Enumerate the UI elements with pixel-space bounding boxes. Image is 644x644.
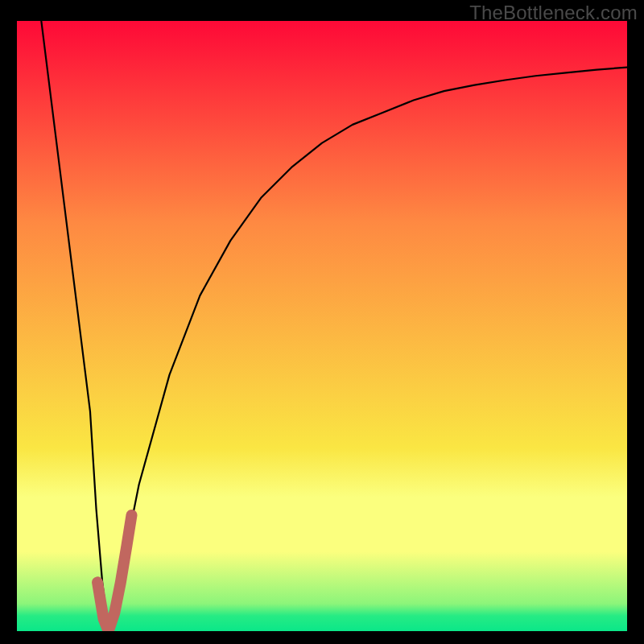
- chart-plot-area: [17, 21, 627, 631]
- chart-background: [17, 21, 627, 631]
- chart-frame: TheBottleneck.com: [0, 0, 644, 644]
- chart-svg: [17, 21, 627, 631]
